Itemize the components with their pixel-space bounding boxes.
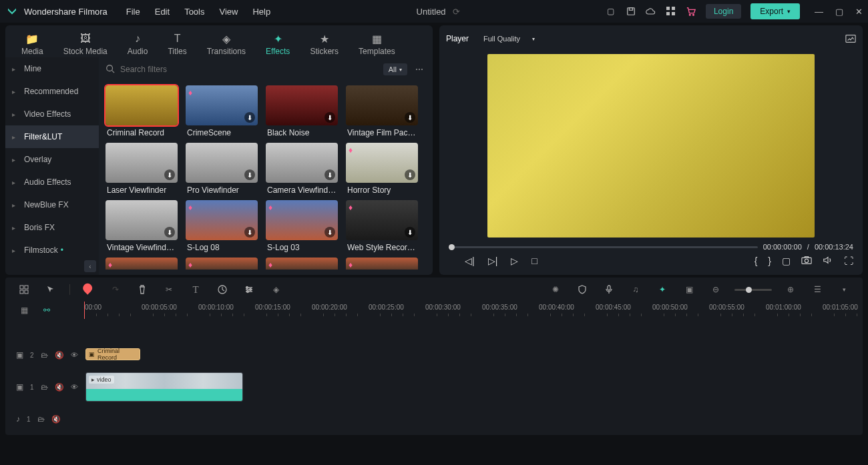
keyframe-icon[interactable]: ◈ — [268, 282, 284, 298]
lock-icon[interactable]: 🗁 — [37, 415, 45, 423]
crop-icon[interactable]: ▣ — [681, 282, 697, 298]
cursor-icon[interactable] — [43, 282, 59, 298]
cart-icon[interactable] — [686, 6, 696, 17]
mic-icon[interactable] — [601, 282, 617, 298]
download-icon[interactable]: ⬇ — [244, 169, 255, 180]
download-icon[interactable]: ⬇ — [405, 112, 415, 123]
video-clip[interactable]: ▸video — [85, 372, 243, 402]
sidebar-item-filterlut[interactable]: ▸Filter&LUT — [5, 125, 99, 148]
effect-thumbnail[interactable]: ⬇ — [186, 143, 258, 183]
effect-thumbnail[interactable]: ♦ — [266, 258, 338, 270]
sidebar-item-newbluefx[interactable]: ▸NewBlue FX — [5, 193, 99, 216]
download-icon[interactable]: ⬇ — [405, 169, 415, 180]
cut-icon[interactable]: ✂ — [161, 282, 177, 298]
sidebar-item-filmstock[interactable]: ▸Filmstock• — [5, 239, 99, 262]
download-icon[interactable]: ⬇ — [244, 227, 255, 238]
menu-edit[interactable]: Edit — [155, 7, 170, 17]
shield-icon[interactable] — [574, 282, 590, 298]
menu-tools[interactable]: Tools — [184, 7, 204, 17]
mute-icon[interactable]: 🔇 — [55, 383, 64, 392]
stop-button[interactable]: □ — [531, 256, 537, 266]
maximize-button[interactable]: ▢ — [835, 7, 843, 17]
fullscreen-icon[interactable]: ⛶ — [844, 256, 853, 266]
effect-card[interactable]: ♦⬇CrimeScene — [186, 85, 258, 140]
list-view-icon[interactable]: ☰ — [809, 282, 825, 298]
lock-icon[interactable]: 🗁 — [41, 351, 48, 359]
player-tab[interactable]: Player — [446, 34, 469, 43]
sidebar-item-recommended[interactable]: ▸Recommended — [5, 80, 99, 103]
effect-thumbnail[interactable]: ⬇ — [266, 85, 338, 125]
playback-scrubber[interactable] — [449, 246, 758, 248]
mark-in-icon[interactable]: { — [754, 256, 758, 266]
tab-media[interactable]: 📁Media — [21, 33, 43, 56]
adjust-icon[interactable] — [241, 282, 257, 298]
effect-thumbnail[interactable]: ♦⬇ — [186, 200, 258, 240]
effect-thumbnail[interactable]: ♦ — [346, 258, 418, 270]
tab-transitions[interactable]: ◈Transitions — [207, 33, 246, 56]
download-icon[interactable]: ⬇ — [164, 169, 175, 180]
tab-templates[interactable]: ▦Templates — [359, 33, 395, 56]
play-next-button[interactable]: ▷| — [488, 256, 498, 266]
effect-thumbnail[interactable]: ♦⬇ — [346, 200, 418, 240]
prev-frame-button[interactable]: ◁| — [465, 256, 475, 266]
snapshot-icon[interactable] — [845, 33, 856, 44]
effect-thumbnail[interactable]: ⬇ — [266, 143, 338, 183]
quality-dropdown[interactable]: Full Quality▾ — [478, 33, 540, 45]
tab-stickers[interactable]: ★Stickers — [310, 33, 339, 56]
color-icon[interactable]: ✺ — [548, 282, 564, 298]
effect-card[interactable]: ♦⬇S-Log 03 — [266, 200, 338, 255]
effect-card[interactable]: ♦⬇Horror Story — [346, 143, 418, 197]
zoom-out-icon[interactable]: ⊖ — [708, 282, 724, 298]
download-icon[interactable]: ⬇ — [324, 112, 335, 123]
download-icon[interactable]: ⬇ — [324, 227, 335, 238]
sidebar-item-mine[interactable]: ▸Mine — [5, 57, 99, 80]
effect-card[interactable]: ⬇Black Noise — [266, 85, 338, 140]
download-icon[interactable]: ⬇ — [244, 112, 255, 123]
effect-thumbnail[interactable]: ♦ — [186, 258, 258, 270]
sidebar-item-overlay[interactable]: ▸Overlay — [5, 148, 99, 171]
more-options-icon[interactable]: ⋯ — [413, 65, 426, 74]
apps-icon[interactable] — [666, 6, 676, 17]
effect-card[interactable]: ⬇Vintage Film Pack CAL... — [346, 85, 418, 140]
cloud-icon[interactable] — [646, 6, 656, 17]
effect-card[interactable]: Criminal Record — [105, 85, 178, 140]
effect-card[interactable]: ⬇Camera Viewfinder 01 — [266, 143, 338, 197]
effect-thumbnail[interactable] — [105, 85, 178, 125]
cloud-sync-icon[interactable]: ⟳ — [453, 7, 460, 17]
effect-thumbnail[interactable]: ⬇ — [105, 200, 178, 240]
marker-icon[interactable]: ✦ — [654, 282, 670, 298]
delete-icon[interactable] — [134, 282, 150, 298]
mute-icon[interactable]: 🔇 — [55, 351, 64, 360]
effect-card[interactable]: ⬇Pro Viewfinder — [186, 143, 258, 197]
sidebar-item-audioeffects[interactable]: ▸Audio Effects — [5, 171, 99, 193]
camera-icon[interactable] — [801, 256, 812, 267]
tab-audio[interactable]: ♪Audio — [128, 33, 148, 56]
lock-icon[interactable]: 🗁 — [41, 383, 48, 391]
tab-effects[interactable]: ✦Effects — [266, 33, 290, 56]
effect-thumbnail[interactable]: ♦ — [105, 258, 178, 270]
menu-help[interactable]: Help — [252, 7, 270, 17]
download-icon[interactable]: ⬇ — [324, 169, 335, 180]
speed-icon[interactable] — [214, 282, 230, 298]
zoom-slider[interactable] — [734, 289, 772, 291]
sidebar-item-borisfx[interactable]: ▸Boris FX — [5, 216, 99, 239]
effect-card[interactable]: ⬇Vintage Viewfinder 2 — [105, 200, 178, 255]
timeline-layout-icon[interactable]: ▦ — [16, 302, 32, 318]
sidebar-item-videoeffects[interactable]: ▸Video Effects — [5, 103, 99, 125]
device-icon[interactable]: ▢ — [606, 6, 616, 17]
effect-clip[interactable]: ▣ Criminal Record — [85, 348, 140, 360]
export-button[interactable]: Export▾ — [750, 3, 800, 19]
effect-card[interactable]: ♦⬇S-Log 08 — [186, 200, 258, 255]
collapse-sidebar-button[interactable]: ‹ — [84, 260, 96, 272]
play-button[interactable]: ▷ — [511, 256, 518, 266]
download-icon[interactable]: ⬇ — [405, 227, 415, 238]
effect-thumbnail[interactable]: ⬇ — [105, 143, 178, 183]
link-icon[interactable]: ⚯ — [39, 302, 55, 318]
close-button[interactable]: ✕ — [855, 7, 863, 17]
save-icon[interactable] — [626, 6, 636, 17]
mute-icon[interactable]: 🔇 — [51, 415, 61, 424]
download-icon[interactable]: ⬇ — [164, 227, 175, 238]
effect-thumbnail[interactable]: ⬇ — [346, 85, 418, 125]
effect-card[interactable]: ♦⬇Web Style Record Ove... — [346, 200, 418, 255]
menu-view[interactable]: View — [219, 7, 238, 17]
